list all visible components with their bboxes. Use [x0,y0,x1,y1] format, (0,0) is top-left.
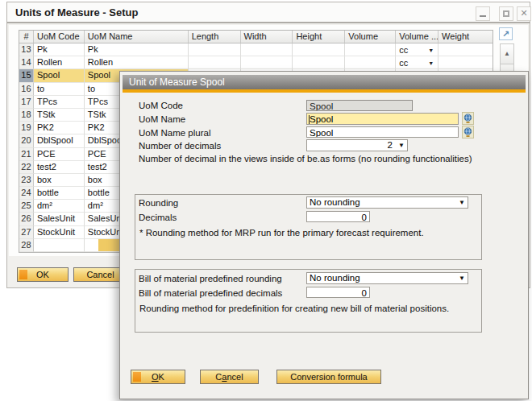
row-number-cell[interactable]: 18 [19,109,34,122]
table-cell[interactable]: PCE [34,148,85,161]
column-header[interactable]: # [19,31,34,43]
number-of-decimals-select[interactable]: 2 ▼ [306,139,408,151]
chevron-down-icon: ▼ [428,60,434,66]
minimize-button[interactable] [476,6,490,21]
decimals-label: Decimals [139,213,177,222]
table-cell[interactable] [189,56,241,69]
row-number-cell[interactable]: 21 [19,148,34,161]
table-cell[interactable]: SalesUnit [34,213,85,225]
dialog-cancel-button[interactable]: Cancel [200,370,259,384]
bom-decimals-label: Bill of material predefined decimals [139,288,282,298]
volume-uom-select[interactable]: cc▼ [396,43,438,56]
ok-button-label: OK [36,270,49,279]
table-cell[interactable] [241,56,293,69]
vertical-scrollbar[interactable]: ▲ [500,43,514,72]
rounding-value: No rounding [307,197,468,208]
table-row: 14RollenRollencc▼ [19,56,493,69]
ok-button[interactable]: OK [17,267,69,282]
uom-code-field: Spool [306,100,413,111]
mrp-rounding-note: * Rounding method for MRP run for the pr… [139,228,424,238]
table-cell[interactable] [438,43,493,56]
maximize-button[interactable] [499,6,513,21]
dialog-ok-button[interactable]: OK [131,370,185,384]
column-header[interactable]: Length [189,31,241,43]
table-cell[interactable]: StockUnit [34,226,85,239]
rounding-select[interactable]: No rounding ▼ [306,196,468,209]
ok-post: K [159,372,164,382]
column-header[interactable]: Weight [438,31,493,43]
row-number-cell[interactable]: 26 [19,213,34,225]
column-header[interactable]: Volume [345,31,396,43]
table-cell[interactable] [293,56,345,69]
uom-name-value: Spool [310,114,333,124]
volume-uom-value: cc [399,58,408,68]
row-number-cell[interactable]: 27 [19,226,34,239]
number-of-decimals-label: Number of decimals [139,141,221,151]
table-cell[interactable] [345,56,396,69]
translate-globe-button[interactable] [462,112,474,125]
uom-table-header: #UoM CodeUoM NameLengthWidthHeightVolume… [19,31,493,43]
row-number-cell[interactable]: 23 [19,174,34,187]
globe-icon [463,114,472,124]
row-number-cell[interactable]: 15 [19,69,34,82]
maximize-icon [503,10,509,17]
close-icon: ✕ [517,8,530,19]
table-cell[interactable] [293,43,345,56]
row-number-cell[interactable]: 17 [19,96,34,109]
window-titlebar[interactable]: Units of Measure - Setup [7,2,530,23]
table-cell[interactable] [241,43,293,56]
table-cell[interactable]: DblSpool [34,134,85,147]
column-header[interactable]: Volume ... [396,31,438,43]
decimals-field[interactable]: 0 [306,211,370,222]
row-number-cell[interactable]: 24 [19,187,34,200]
table-cell[interactable]: box [34,174,85,187]
row-number-cell[interactable]: 14 [19,56,34,69]
translate-globe-button[interactable] [462,126,474,138]
unit-of-measure-dialog: Unit of Measure Spool UoM Code Spool UoM… [119,71,529,399]
table-cell[interactable]: to [34,83,85,96]
table-cell[interactable] [345,43,396,56]
dialog-title: Unit of Measure Spool [129,76,225,88]
table-cell[interactable]: PK2 [34,122,85,134]
row-number-cell[interactable]: 20 [19,134,34,147]
table-cell[interactable]: test2 [34,161,85,174]
row-number-cell[interactable]: 25 [19,200,34,213]
bom-rounding-note: Rounding method for predefinition for cr… [139,304,449,313]
table-cell[interactable]: Rollen [85,56,189,69]
column-header[interactable]: UoM Name [85,31,189,43]
bom-decimals-field[interactable]: 0 [306,287,370,298]
chevron-down-icon: ▼ [459,275,465,282]
column-header[interactable]: Height [293,31,345,43]
table-cell[interactable] [34,239,85,252]
table-cell[interactable]: dm² [34,200,85,213]
bom-rounding-select[interactable]: No rounding ▼ [306,272,468,284]
table-cell[interactable]: Pk [34,43,85,56]
row-number-cell[interactable]: 16 [19,83,34,96]
expand-grid-icon[interactable]: ↗ [499,27,513,40]
dialog-titlebar[interactable]: Unit of Measure Spool [123,75,526,89]
table-cell[interactable]: TPcs [34,96,85,109]
uom-code-label: UoM Code [139,101,183,110]
table-cell[interactable]: Rollen [34,56,85,69]
close-button[interactable]: ✕ [517,6,531,21]
volume-uom-select[interactable]: cc▼ [396,56,438,69]
row-number-cell[interactable]: 28 [19,239,34,252]
table-cell[interactable]: TStk [34,109,85,122]
row-number-cell[interactable]: 19 [19,122,34,134]
table-cell[interactable]: Pk [85,43,189,56]
conversion-formula-button[interactable]: Conversion formula [276,370,381,384]
table-cell[interactable] [189,43,241,56]
table-cell[interactable]: Spool [34,69,85,82]
uom-name-field[interactable]: Spool [306,113,459,125]
window-title: Units of Measure - Setup [15,6,138,19]
table-row: 13PkPkcc▼ [19,43,493,56]
scroll-up-icon[interactable]: ▲ [501,44,513,64]
bom-rounding-label: Bill of material predefined rounding [139,274,282,283]
table-cell[interactable] [438,56,493,69]
column-header[interactable]: UoM Code [34,31,85,43]
uom-name-plural-field[interactable]: Spool [306,126,459,138]
column-header[interactable]: Width [241,31,293,43]
row-number-cell[interactable]: 13 [19,43,34,56]
table-cell[interactable]: bottle [34,187,85,200]
row-number-cell[interactable]: 22 [19,161,34,174]
